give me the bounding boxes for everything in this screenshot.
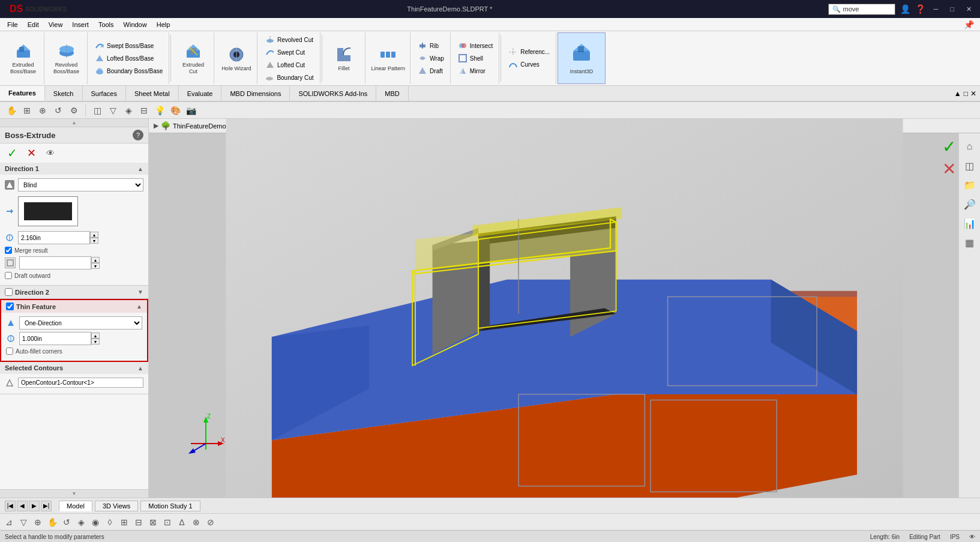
cmd-filter-btn[interactable]: ▽ bbox=[106, 104, 119, 117]
close-ribbon-btn[interactable]: ✕ bbox=[970, 89, 976, 98]
bt-sketch-btn[interactable]: ⊠ bbox=[146, 516, 160, 529]
direction1-header[interactable]: Direction 1 ▲ bbox=[0, 163, 148, 175]
cmd-pan-btn[interactable]: ⊕ bbox=[36, 104, 49, 117]
boundary-cut-btn[interactable]: Boundary Cut bbox=[262, 72, 316, 83]
thin-thickness-down-btn[interactable]: ▼ bbox=[91, 339, 100, 345]
maximize-btn[interactable]: □ bbox=[946, 4, 958, 14]
linear-pattern-btn[interactable]: Linear Pattern bbox=[367, 32, 411, 84]
nav-last-btn[interactable]: ▶| bbox=[41, 501, 52, 511]
menu-tools[interactable]: Tools bbox=[94, 20, 119, 29]
cancel-btn[interactable]: ✕ bbox=[24, 146, 38, 160]
cmd-display-btn[interactable]: ◈ bbox=[122, 104, 135, 117]
intersect-btn[interactable]: Intersect bbox=[455, 40, 495, 52]
tab-sketch[interactable]: Sketch bbox=[45, 86, 83, 101]
direction2-header[interactable]: Direction 2 ▼ bbox=[0, 286, 148, 298]
pin-icon[interactable]: 📌 bbox=[960, 20, 978, 29]
bt-select-btn[interactable]: ⊿ bbox=[2, 516, 16, 529]
help-icon[interactable]: ❓ bbox=[915, 4, 925, 14]
bt-shading-btn[interactable]: ◉ bbox=[89, 516, 102, 529]
thin-direction-select[interactable]: One-Direction Mid-Plane Two-Direction bbox=[19, 316, 142, 330]
contour-value[interactable]: OpenContour1-Contour<1> bbox=[18, 378, 143, 388]
lofted-cut-btn[interactable]: Lofted Cut bbox=[263, 59, 316, 71]
direction2-checkbox[interactable] bbox=[5, 288, 13, 296]
instant3d-btn[interactable]: Instant3D bbox=[558, 32, 606, 84]
extra-input[interactable] bbox=[19, 256, 91, 269]
confirm-check-btn[interactable]: ✓ bbox=[942, 137, 956, 157]
tab-features[interactable]: Features bbox=[0, 86, 45, 101]
menu-insert[interactable]: Insert bbox=[67, 20, 94, 29]
auto-fillet-checkbox[interactable] bbox=[6, 348, 13, 355]
confirm-cancel-btn[interactable]: ✕ bbox=[942, 159, 956, 179]
cmd-view-btn[interactable]: ◫ bbox=[91, 104, 104, 117]
bt-measure-btn[interactable]: ⊡ bbox=[161, 516, 174, 529]
expand-ribbon-btn[interactable]: □ bbox=[964, 89, 968, 98]
tab-addins[interactable]: SOLIDWORKS Add-Ins bbox=[290, 86, 376, 101]
cmd-lights-btn[interactable]: 💡 bbox=[153, 104, 166, 117]
cmd-select-btn[interactable]: ✋ bbox=[5, 104, 18, 117]
layers-btn[interactable]: ◫ bbox=[961, 157, 978, 174]
bt-snap-btn[interactable]: ⊗ bbox=[190, 516, 203, 529]
depth-down-btn[interactable]: ▼ bbox=[90, 238, 98, 244]
zoom-fit-btn[interactable]: 🔎 bbox=[961, 196, 978, 212]
depth-up-btn[interactable]: ▲ bbox=[90, 232, 98, 238]
menu-window[interactable]: Window bbox=[119, 20, 152, 29]
bt-view-btn[interactable]: ⊞ bbox=[118, 516, 131, 529]
depth-input[interactable]: 2.160in bbox=[18, 231, 90, 244]
cmd-settings-btn[interactable]: ⚙ bbox=[67, 104, 80, 117]
bottom-tab-3dviews[interactable]: 3D Views bbox=[95, 501, 138, 511]
fillet-btn[interactable]: Fillet bbox=[323, 32, 365, 84]
extruded-cut-btn[interactable]: ExtrudedCut bbox=[172, 32, 214, 84]
close-btn[interactable]: ✕ bbox=[963, 4, 975, 14]
cmd-rotate-btn[interactable]: ↺ bbox=[52, 104, 65, 117]
bt-ref-btn[interactable]: ∆ bbox=[175, 516, 188, 529]
cmd-camera-btn[interactable]: 📷 bbox=[184, 104, 197, 117]
boundary-boss-btn[interactable]: Boundary Boss/Base bbox=[92, 65, 165, 77]
draft-btn[interactable]: Draft bbox=[415, 65, 446, 77]
folder-btn[interactable]: 📁 bbox=[961, 176, 978, 193]
bt-display-btn[interactable]: ◊ bbox=[103, 516, 116, 529]
accept-btn[interactable]: ✓ bbox=[5, 146, 19, 160]
cmd-zoom-btn[interactable]: ⊞ bbox=[20, 104, 34, 117]
bt-zoom-btn[interactable]: ⊕ bbox=[31, 516, 44, 529]
thin-thickness-input[interactable]: 1.000in bbox=[19, 332, 91, 345]
search-box[interactable]: 🔍 bbox=[828, 4, 895, 15]
tab-sheet-metal[interactable]: Sheet Metal bbox=[126, 86, 179, 101]
table-btn[interactable]: ▦ bbox=[961, 234, 978, 251]
nav-first-btn[interactable]: |◀ bbox=[5, 501, 16, 511]
extra-up-btn[interactable]: ▲ bbox=[91, 257, 100, 263]
menu-help[interactable]: Help bbox=[152, 20, 175, 29]
reference-btn[interactable]: Referenc... bbox=[506, 46, 552, 58]
home-view-btn[interactable]: ⌂ bbox=[961, 138, 978, 155]
tab-mbd[interactable]: MBD bbox=[376, 86, 408, 101]
menu-file[interactable]: File bbox=[2, 20, 23, 29]
extra-down-btn[interactable]: ▼ bbox=[91, 263, 100, 269]
hole-wizard-btn[interactable]: Hole Wizard bbox=[215, 32, 257, 84]
bt-section-btn[interactable]: ◈ bbox=[74, 516, 88, 529]
collapse-ribbon-btn[interactable]: ▲ bbox=[954, 89, 961, 98]
menu-edit[interactable]: Edit bbox=[23, 20, 44, 29]
thin-thickness-up-btn[interactable]: ▲ bbox=[91, 333, 100, 339]
panel-top-handle[interactable]: ▲ bbox=[0, 119, 148, 127]
selected-contours-header[interactable]: Selected Contours ▲ bbox=[0, 362, 148, 374]
wrap-btn[interactable]: Wrap bbox=[415, 52, 446, 64]
thin-feature-checkbox[interactable] bbox=[6, 303, 14, 310]
draft-outward-checkbox[interactable] bbox=[5, 272, 12, 279]
nav-prev-btn[interactable]: ◀ bbox=[17, 501, 28, 511]
search-input[interactable] bbox=[843, 5, 891, 13]
tab-mbd-dimensions[interactable]: MBD Dimensions bbox=[221, 86, 290, 101]
thin-feature-header[interactable]: Thin Feature ▲ bbox=[1, 300, 147, 313]
tab-surfaces[interactable]: Surfaces bbox=[83, 86, 126, 101]
panel-help-btn[interactable]: ? bbox=[133, 130, 143, 140]
preview-btn[interactable]: 👁 bbox=[43, 146, 58, 160]
menu-view[interactable]: View bbox=[44, 20, 68, 29]
bt-rotate-btn[interactable]: ↺ bbox=[60, 516, 73, 529]
rib-btn[interactable]: Rib bbox=[415, 40, 446, 52]
minimize-btn[interactable]: ─ bbox=[930, 4, 942, 14]
cmd-appearance-btn[interactable]: 🎨 bbox=[169, 104, 182, 117]
tab-evaluate[interactable]: Evaluate bbox=[179, 86, 222, 101]
swept-boss-btn[interactable]: Swept Boss/Base bbox=[92, 40, 165, 52]
swept-cut-btn[interactable]: Swept Cut bbox=[263, 46, 316, 58]
revolved-boss-btn[interactable]: RevolvedBoss/Base bbox=[46, 32, 88, 84]
direction1-type-select[interactable]: Blind Through All Up to Surface bbox=[18, 178, 143, 191]
bt-visibility-btn[interactable]: ⊟ bbox=[132, 516, 145, 529]
